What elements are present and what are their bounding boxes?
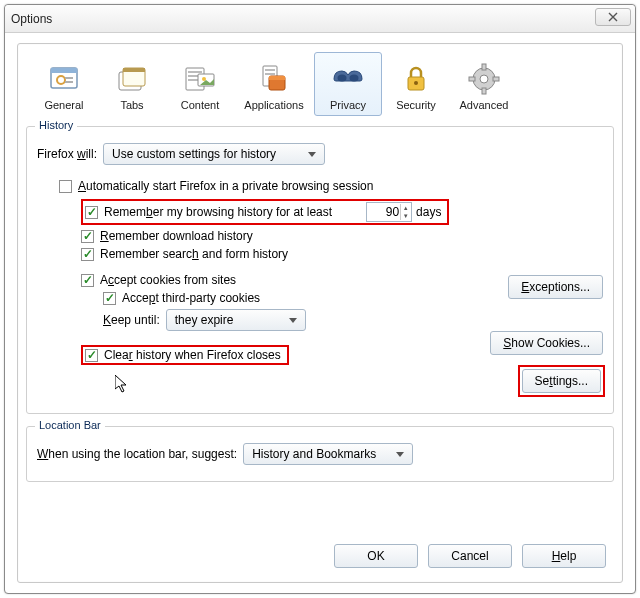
firefox-will-select[interactable]: Use custom settings for history bbox=[103, 143, 325, 165]
svg-rect-15 bbox=[265, 69, 275, 71]
clear-on-close-checkbox[interactable]: ✓ bbox=[85, 349, 98, 362]
location-bar-label: When using the location bar, suggest: bbox=[37, 447, 237, 461]
clear-on-close-label: Clear history when Firefox closes bbox=[104, 348, 281, 362]
days-label: days bbox=[416, 205, 441, 219]
cancel-button[interactable]: Cancel bbox=[428, 544, 512, 568]
history-legend: History bbox=[35, 119, 77, 131]
accept-cookies-label: Accept cookies from sites bbox=[100, 273, 236, 287]
category-tabs: General Tabs Content bbox=[26, 50, 614, 116]
svg-rect-27 bbox=[469, 77, 475, 81]
svg-rect-9 bbox=[188, 71, 202, 73]
tab-applications-label: Applications bbox=[244, 99, 303, 111]
svg-rect-7 bbox=[123, 68, 145, 72]
titlebar: Options bbox=[5, 5, 635, 33]
exceptions-button[interactable]: Exceptions... bbox=[508, 275, 603, 299]
tab-general-label: General bbox=[44, 99, 83, 111]
svg-point-22 bbox=[414, 81, 418, 85]
content-icon bbox=[182, 61, 218, 97]
tab-security[interactable]: Security bbox=[382, 52, 450, 116]
svg-rect-18 bbox=[269, 76, 285, 80]
tab-tabs[interactable]: Tabs bbox=[98, 52, 166, 116]
general-icon bbox=[46, 61, 82, 97]
tab-tabs-label: Tabs bbox=[120, 99, 143, 111]
tabs-icon bbox=[114, 61, 150, 97]
history-group: History Firefox will: Use custom setting… bbox=[26, 126, 614, 414]
svg-point-24 bbox=[480, 75, 488, 83]
remember-download-checkbox[interactable]: ✓ bbox=[81, 230, 94, 243]
days-up[interactable]: ▲ bbox=[400, 204, 410, 212]
close-icon bbox=[608, 12, 618, 22]
location-bar-legend: Location Bar bbox=[35, 419, 105, 431]
tab-security-label: Security bbox=[396, 99, 436, 111]
keep-until-value: they expire bbox=[175, 313, 234, 327]
svg-point-19 bbox=[338, 75, 347, 82]
svg-rect-26 bbox=[482, 88, 486, 94]
tab-privacy[interactable]: Privacy bbox=[314, 52, 382, 116]
close-button[interactable] bbox=[595, 8, 631, 26]
security-icon bbox=[398, 61, 434, 97]
advanced-icon bbox=[466, 61, 502, 97]
ok-button[interactable]: OK bbox=[334, 544, 418, 568]
tab-content[interactable]: Content bbox=[166, 52, 234, 116]
cursor-icon bbox=[115, 375, 131, 393]
window-title: Options bbox=[11, 12, 52, 26]
privacy-icon bbox=[330, 61, 366, 97]
remember-browsing-checkbox[interactable]: ✓ bbox=[85, 206, 98, 219]
days-input[interactable]: 90 ▲▼ bbox=[366, 202, 412, 222]
applications-icon bbox=[256, 61, 292, 97]
accept-third-label: Accept third-party cookies bbox=[122, 291, 260, 305]
tab-content-label: Content bbox=[181, 99, 220, 111]
settings-button[interactable]: Settings... bbox=[522, 369, 601, 393]
auto-private-checkbox[interactable] bbox=[59, 180, 72, 193]
remember-search-checkbox[interactable]: ✓ bbox=[81, 248, 94, 261]
tab-applications[interactable]: Applications bbox=[234, 52, 314, 116]
location-bar-group: Location Bar When using the location bar… bbox=[26, 426, 614, 482]
days-value: 90 bbox=[386, 205, 399, 219]
remember-download-label: Remember download history bbox=[100, 229, 253, 243]
svg-rect-4 bbox=[65, 81, 73, 83]
remember-browsing-label: Remember my browsing history for at leas… bbox=[104, 205, 332, 219]
auto-private-label: Automatically start Firefox in a private… bbox=[78, 179, 373, 193]
accept-cookies-checkbox[interactable]: ✓ bbox=[81, 274, 94, 287]
location-bar-select[interactable]: History and Bookmarks bbox=[243, 443, 413, 465]
firefox-will-value: Use custom settings for history bbox=[112, 147, 276, 161]
svg-rect-11 bbox=[188, 79, 198, 81]
keep-until-select[interactable]: they expire bbox=[166, 309, 306, 331]
accept-third-checkbox[interactable]: ✓ bbox=[103, 292, 116, 305]
tab-advanced-label: Advanced bbox=[460, 99, 509, 111]
svg-rect-1 bbox=[51, 68, 77, 73]
tab-general[interactable]: General bbox=[30, 52, 98, 116]
tab-privacy-label: Privacy bbox=[330, 99, 366, 111]
show-cookies-button[interactable]: Show Cookies... bbox=[490, 331, 603, 355]
remember-search-label: Remember search and form history bbox=[100, 247, 288, 261]
svg-point-20 bbox=[350, 75, 359, 82]
location-bar-value: History and Bookmarks bbox=[252, 447, 376, 461]
svg-rect-28 bbox=[493, 77, 499, 81]
svg-rect-3 bbox=[65, 77, 73, 79]
dialog-buttons: OK Cancel Help bbox=[26, 532, 614, 572]
help-button[interactable]: Help bbox=[522, 544, 606, 568]
svg-rect-25 bbox=[482, 64, 486, 70]
firefox-will-label: Firefox will: bbox=[37, 147, 97, 161]
days-down[interactable]: ▼ bbox=[400, 212, 410, 220]
svg-rect-16 bbox=[265, 73, 275, 75]
svg-point-13 bbox=[202, 77, 206, 81]
keep-until-label: Keep until: bbox=[103, 313, 160, 327]
tab-advanced[interactable]: Advanced bbox=[450, 52, 518, 116]
